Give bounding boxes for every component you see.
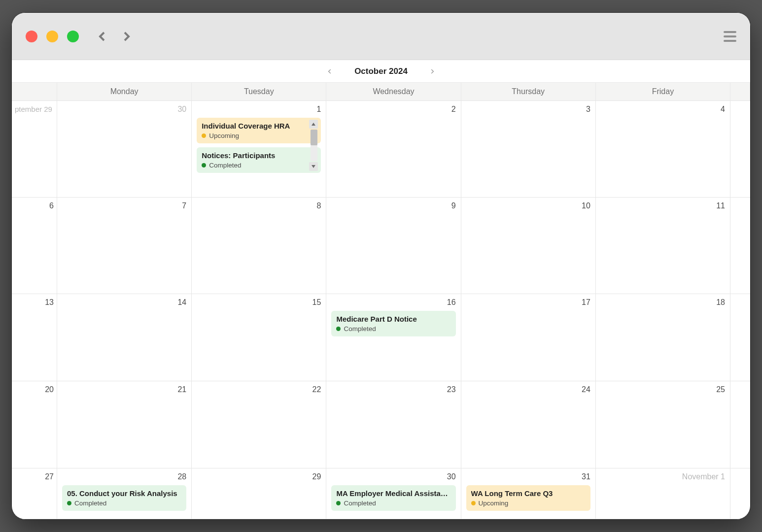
event-status: Upcoming: [479, 499, 509, 507]
prev-month-label: ptember 29: [15, 105, 54, 113]
day-cell[interactable]: 29: [192, 468, 326, 519]
day-cell-stub-right[interactable]: [730, 101, 750, 197]
calendar-event[interactable]: 05. Conduct your Risk Analysis Completed: [62, 485, 186, 511]
day-number: 18: [601, 298, 725, 307]
day-cell[interactable]: 24: [461, 381, 596, 468]
event-list: Individual Coverage HRA Upcoming Notices…: [197, 118, 321, 173]
calendar-event[interactable]: Medicare Part D Notice Completed: [331, 311, 455, 336]
event-title: Individual Coverage HRA: [202, 122, 307, 130]
weekday-header-row: Monday Tuesday Wednesday Thursday Friday: [12, 83, 750, 101]
event-title: WA Long Term Care Q3: [471, 489, 586, 498]
day-cell[interactable]: 30 MA Employer Medical Assistance … Comp…: [326, 468, 461, 519]
week-row: ptember 29 30 1 Individual Coverage HRA …: [12, 101, 750, 198]
day-number: 4: [601, 105, 725, 114]
maximize-window-button[interactable]: [67, 31, 79, 42]
day-number: 13: [15, 298, 54, 307]
day-number: 31: [466, 472, 590, 481]
event-status: Completed: [74, 499, 106, 507]
day-cell[interactable]: 11: [596, 198, 730, 294]
day-cell-stub-left[interactable]: 27: [12, 468, 57, 519]
status-dot-icon: [202, 133, 206, 138]
day-cell[interactable]: 15: [192, 294, 326, 381]
day-cell[interactable]: 9: [326, 198, 461, 294]
scroll-up-button[interactable]: [309, 120, 318, 129]
day-cell[interactable]: 28 05. Conduct your Risk Analysis Comple…: [57, 468, 192, 519]
calendar-event[interactable]: MA Employer Medical Assistance … Complet…: [331, 485, 455, 511]
titlebar: [12, 13, 750, 60]
day-number: 6: [15, 201, 54, 210]
day-cell-stub-left[interactable]: 13: [12, 294, 57, 381]
event-status: Upcoming: [209, 132, 239, 139]
day-cell[interactable]: 4: [596, 101, 730, 197]
day-number: 27: [15, 472, 54, 481]
week-row: 6 7 8 9 10 11: [12, 198, 750, 294]
day-cell-stub-left[interactable]: ptember 29: [12, 101, 57, 197]
day-cell[interactable]: 22: [192, 381, 326, 468]
day-number: 21: [62, 385, 186, 394]
day-cell-stub-right[interactable]: [730, 294, 750, 381]
history-nav: [96, 30, 133, 43]
day-cell-stub-right[interactable]: [730, 468, 750, 519]
day-cell[interactable]: 16 Medicare Part D Notice Completed: [326, 294, 461, 381]
day-cell[interactable]: 14: [57, 294, 192, 381]
event-title: Medicare Part D Notice: [336, 315, 450, 323]
day-number: 9: [331, 201, 455, 210]
day-cell[interactable]: 31 WA Long Term Care Q3 Upcoming: [461, 468, 596, 519]
calendar-event[interactable]: Individual Coverage HRA Upcoming: [197, 118, 321, 143]
calendar-event[interactable]: WA Long Term Care Q3 Upcoming: [466, 485, 590, 511]
week-row: 20 21 22 23 24 25: [12, 381, 750, 468]
day-number: 23: [331, 385, 455, 394]
close-window-button[interactable]: [26, 31, 37, 42]
app-window: October 2024 Monday Tuesday Wednesday Th…: [11, 12, 751, 520]
day-cell[interactable]: 2: [326, 101, 461, 197]
day-cell-stub-left[interactable]: 6: [12, 198, 57, 294]
day-number: 22: [197, 385, 321, 394]
day-number: 2: [331, 105, 455, 114]
minimize-window-button[interactable]: [46, 31, 58, 42]
day-number: 17: [466, 298, 590, 307]
window-controls: [26, 31, 79, 42]
event-title: MA Employer Medical Assistance …: [336, 489, 450, 498]
scroll-track[interactable]: [311, 130, 317, 161]
event-title: 05. Conduct your Risk Analysis: [67, 489, 181, 498]
back-button[interactable]: [96, 30, 109, 43]
forward-button[interactable]: [119, 30, 133, 43]
calendar-grid: ptember 29 30 1 Individual Coverage HRA …: [12, 101, 750, 519]
menu-button[interactable]: [724, 31, 736, 42]
day-cell-stub-right[interactable]: [730, 381, 750, 468]
next-month-button[interactable]: [427, 66, 437, 76]
day-cell[interactable]: 21: [57, 381, 192, 468]
prev-month-button[interactable]: [325, 66, 335, 76]
day-number: 24: [466, 385, 590, 394]
day-cell[interactable]: 1 Individual Coverage HRA Upcoming Notic…: [192, 101, 326, 197]
day-number: 30: [331, 472, 455, 481]
weekday-header-thursday: Thursday: [461, 83, 596, 100]
svg-marker-1: [312, 165, 315, 168]
day-cell-stub-left[interactable]: 20: [12, 381, 57, 468]
scroll-thumb[interactable]: [311, 130, 317, 145]
scroll-down-button[interactable]: [309, 162, 318, 171]
status-dot-icon: [67, 501, 71, 505]
day-number: 8: [197, 201, 321, 210]
weekday-header-friday: Friday: [596, 83, 730, 100]
weekday-header-wednesday: Wednesday: [326, 83, 461, 100]
calendar-event[interactable]: Notices: Participants Completed: [197, 147, 321, 173]
event-list: Medicare Part D Notice Completed: [331, 311, 455, 336]
day-cell[interactable]: 25: [596, 381, 730, 468]
day-cell[interactable]: November 1: [596, 468, 730, 519]
day-cell-stub-right[interactable]: [730, 198, 750, 294]
day-cell[interactable]: 30: [57, 101, 192, 197]
month-header: October 2024: [12, 60, 750, 83]
event-status: Completed: [344, 325, 376, 332]
day-cell[interactable]: 10: [461, 198, 596, 294]
day-cell[interactable]: 23: [326, 381, 461, 468]
day-number: 29: [197, 472, 321, 481]
day-cell[interactable]: 7: [57, 198, 192, 294]
day-cell[interactable]: 8: [192, 198, 326, 294]
day-cell[interactable]: 3: [461, 101, 596, 197]
day-number: 20: [15, 385, 54, 394]
day-number: 7: [62, 201, 186, 210]
day-cell[interactable]: 17: [461, 294, 596, 381]
day-cell[interactable]: 18: [596, 294, 730, 381]
event-list: MA Employer Medical Assistance … Complet…: [331, 485, 455, 511]
